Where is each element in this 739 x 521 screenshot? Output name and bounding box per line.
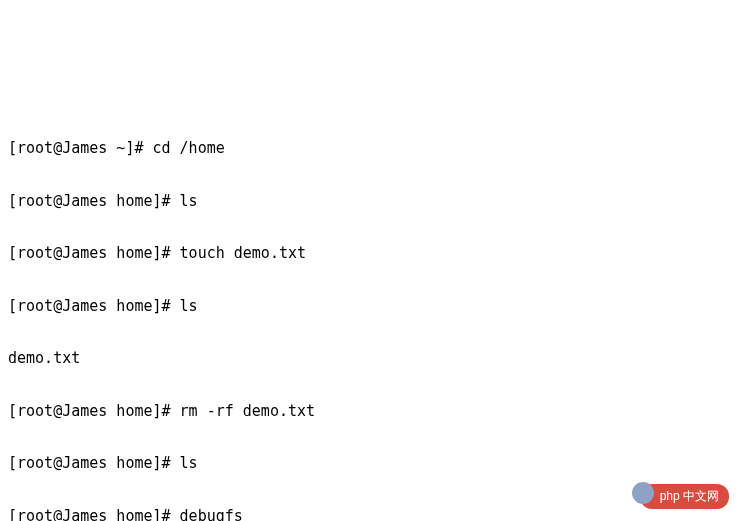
command-touch: touch demo.txt <box>171 244 306 262</box>
prompt: [root@James home]# <box>8 507 171 521</box>
line-3: [root@James home]# touch demo.txt <box>8 240 731 266</box>
prompt: [root@James ~]# <box>8 139 143 157</box>
line-2: [root@James home]# ls <box>8 188 731 214</box>
command-ls: ls <box>171 297 198 315</box>
line-1: [root@James ~]# cd /home <box>8 135 731 161</box>
line-4: [root@James home]# ls <box>8 293 731 319</box>
output-demo: demo.txt <box>8 349 80 367</box>
prompt: [root@James home]# <box>8 297 171 315</box>
line-7: [root@James home]# ls <box>8 450 731 476</box>
watermark-badge: php 中文网 <box>640 484 729 509</box>
terminal-output[interactable]: [root@James ~]# cd /home [root@James hom… <box>8 109 731 521</box>
prompt: [root@James home]# <box>8 402 171 420</box>
command-cd: cd /home <box>143 139 224 157</box>
line-8: [root@James home]# debugfs <box>8 503 731 521</box>
command-debugfs: debugfs <box>171 507 243 521</box>
command-ls: ls <box>171 192 198 210</box>
php-elephant-icon <box>632 482 654 504</box>
command-ls: ls <box>171 454 198 472</box>
prompt: [root@James home]# <box>8 244 171 262</box>
line-5: demo.txt <box>8 345 731 371</box>
watermark-text: php 中文网 <box>660 486 719 507</box>
command-rm: rm -rf demo.txt <box>171 402 316 420</box>
line-6: [root@James home]# rm -rf demo.txt <box>8 398 731 424</box>
prompt: [root@James home]# <box>8 454 171 472</box>
prompt: [root@James home]# <box>8 192 171 210</box>
